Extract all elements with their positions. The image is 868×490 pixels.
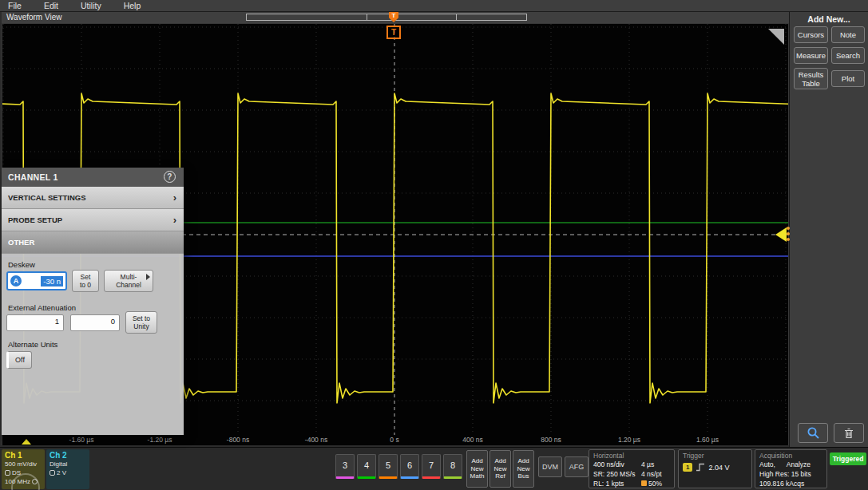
trash-icon (842, 427, 855, 440)
other-label: OTHER (8, 238, 34, 247)
measure-button[interactable]: Measure (794, 47, 828, 64)
oscilloscope-app: File Edit Utility Help Waveform View T T… (0, 0, 868, 490)
help-icon[interactable]: ? (164, 171, 176, 183)
deskew-value[interactable]: -30 n (41, 276, 63, 286)
set-to-unity-button[interactable]: Set to Unity (125, 311, 157, 334)
ch4-button[interactable]: 4 (357, 454, 376, 479)
panel-splitter-handle[interactable] (787, 227, 791, 243)
add-new-ref-button[interactable]: Add New Ref (489, 450, 511, 488)
probe-setup-row[interactable]: PROBE SETUP › (2, 209, 184, 231)
channel-1-dialog: CHANNEL 1 ? VERTICAL SETTINGS › PROBE SE… (2, 168, 184, 435)
menu-file[interactable]: File (8, 1, 22, 10)
waveform-view-title: Waveform View (6, 13, 61, 22)
acquisition-panel[interactable]: Acquisition Auto, Analyze High Res: 15 b… (755, 449, 827, 488)
x-axis-label: -800 ns (227, 436, 249, 444)
add-new-bus-button[interactable]: Add New Bus (513, 450, 534, 488)
acquisition-detail: High Res: 15 bits (759, 469, 822, 479)
horizontal-panel[interactable]: Horizontal 400 ns/div4 µs SR: 250 MS/s4 … (589, 449, 675, 488)
probe-setup-label: PROBE SETUP (8, 215, 62, 224)
acquisition-mode: Auto, (759, 460, 775, 469)
flyout-arrow-icon (146, 274, 150, 280)
add-new-panel: Add New... Cursors Note Measure Search R… (789, 12, 868, 447)
menu-bar: File Edit Utility Help (0, 0, 868, 12)
keypad-icon[interactable]: A (10, 275, 22, 286)
ch2-mode: Digital (50, 460, 86, 468)
multi-channel-button[interactable]: Multi- Channel (104, 270, 153, 292)
record-length: RL: 1 kpts (593, 479, 641, 488)
ch6-button[interactable]: 6 (400, 454, 419, 479)
status-bar: Ch 1 500 mV/div DS 100 MHz Ch 2 Digital … (0, 447, 868, 490)
ch2-name: Ch 2 (50, 451, 86, 460)
ch5-button[interactable]: 5 (379, 454, 398, 479)
acquisition-count: 109.816 kAcqs (759, 479, 822, 488)
x-axis-label: -1.20 µs (148, 436, 172, 444)
chevron-right-icon: › (173, 187, 176, 209)
triggered-badge: Triggered (830, 452, 866, 465)
external-attenuation-label: External Attenuation (8, 303, 76, 312)
ch2-badge[interactable]: Ch 2 Digital 2 V (46, 449, 89, 489)
search-button[interactable]: Search (831, 47, 865, 64)
trigger-level: 2.04 V (708, 464, 729, 472)
chevron-right-icon: › (173, 209, 176, 231)
slope-icon (696, 463, 705, 472)
x-axis-label: 1.60 µs (696, 436, 719, 444)
sample-rate: SR: 250 MS/s (593, 469, 641, 479)
ch1-position-marker-icon[interactable] (22, 439, 31, 445)
horizontal-title: Horizontal (593, 452, 670, 460)
ch3-button[interactable]: 3 (335, 454, 355, 479)
ch8-button[interactable]: 8 (443, 454, 462, 479)
trash-button[interactable] (834, 423, 864, 443)
dvm-button[interactable]: DVM (538, 456, 562, 477)
horizontal-scale: 400 ns/div (593, 460, 641, 469)
results-table-button[interactable]: Results Table (794, 68, 828, 89)
menu-edit[interactable]: Edit (44, 1, 58, 10)
zoom-button[interactable] (798, 423, 828, 443)
trigger-title: Trigger (683, 452, 747, 460)
x-axis-label: -400 ns (305, 436, 327, 444)
cursors-button[interactable]: Cursors (794, 26, 828, 43)
vertical-settings-row[interactable]: VERTICAL SETTINGS › (2, 187, 184, 209)
deskew-input[interactable]: A -30 n (6, 271, 67, 290)
add-new-title: Add New... (790, 14, 868, 24)
horizontal-window: 4 µs (641, 460, 654, 469)
ch2-threshold: 2 V (57, 468, 66, 477)
afg-button[interactable]: AFG (565, 456, 589, 477)
set-to-0-button[interactable]: Set to 0 (72, 270, 99, 292)
dialog-title: CHANNEL 1 (8, 172, 58, 182)
ch1-scale: 500 mV/div (5, 460, 42, 468)
add-new-math-button[interactable]: Add New Math (466, 450, 488, 488)
coupling-icon (5, 470, 10, 476)
ch1-name: Ch 1 (5, 451, 42, 460)
dialog-body: Deskew A -30 n Set to 0 Multi- Channel E… (2, 254, 184, 435)
threshold-icon (50, 470, 55, 476)
ch7-button[interactable]: 7 (422, 454, 441, 479)
trigger-marker-icon[interactable]: T (386, 26, 401, 39)
menu-utility[interactable]: Utility (81, 1, 101, 10)
corner-grip-icon[interactable] (768, 29, 784, 45)
trigger-position-flag-icon[interactable]: T (389, 12, 398, 22)
horizontal-position: 50% (648, 480, 662, 488)
acquisition-analyze: Analyze (787, 460, 811, 469)
waveform-view-header: Waveform View T (2, 12, 789, 23)
x-axis-label: 0 s (390, 436, 398, 444)
dialog-header[interactable]: CHANNEL 1 ? (2, 168, 184, 187)
attenuation-input-2[interactable]: 0 (70, 314, 120, 331)
record-view-minimap[interactable] (246, 14, 527, 21)
vertical-settings-label: VERTICAL SETTINGS (8, 193, 85, 202)
x-axis-labels: -1.60 µs -1.20 µs -800 ns -400 ns 0 s 40… (2, 435, 788, 445)
magnifier-icon (807, 426, 820, 440)
attenuation-input-1[interactable]: 1 (6, 314, 64, 331)
x-axis-label: 800 ns (541, 436, 561, 444)
multi-channel-label: Multi- Channel (116, 273, 141, 289)
other-row[interactable]: OTHER (2, 231, 184, 254)
horizontal-position-icon (641, 480, 647, 486)
x-axis-label: 400 ns (462, 436, 483, 444)
menu-help[interactable]: Help (124, 1, 141, 10)
alternate-units-toggle[interactable]: Off (6, 351, 32, 369)
plot-button[interactable]: Plot (831, 70, 865, 87)
minimap-tick (456, 14, 457, 20)
note-button[interactable]: Note (831, 26, 865, 43)
trigger-panel[interactable]: Trigger 1 2.04 V (678, 449, 752, 488)
trigger-source-badge: 1 (683, 463, 692, 472)
minimap-tick (367, 14, 367, 20)
